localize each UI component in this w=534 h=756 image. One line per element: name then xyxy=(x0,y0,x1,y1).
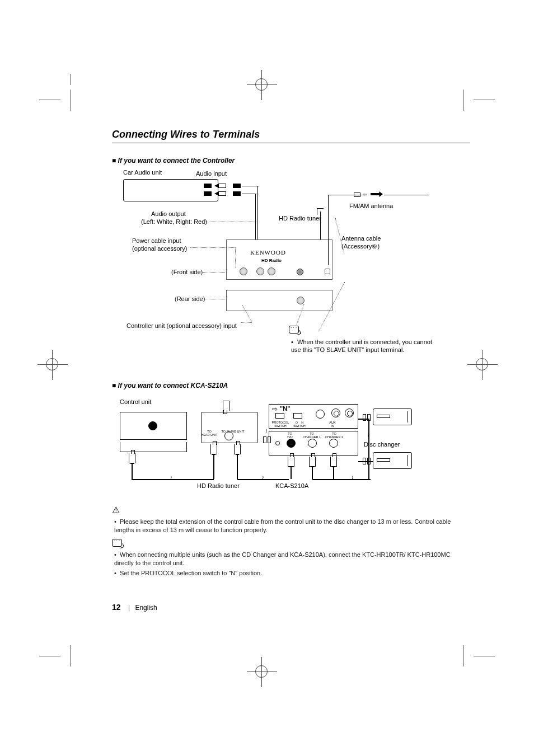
note-slave-terminal: When the controller unit is connected, y… xyxy=(291,339,432,353)
diagram-kca: Control unit TO HEAD UNIT TO SLAVE UNIT … xyxy=(112,397,470,498)
antenna-plug-icon xyxy=(371,191,383,197)
brand-sub-label: HD Radio xyxy=(261,258,282,263)
label-power-cable1: Power cable input xyxy=(132,237,181,244)
rca-plug xyxy=(204,191,212,196)
label-n: "N" xyxy=(280,405,290,412)
label-power-cable2: (optional accessory) xyxy=(132,245,187,252)
rca-plug xyxy=(204,184,212,188)
label-control-unit: Control unit xyxy=(120,398,151,405)
plug xyxy=(234,444,241,454)
port xyxy=(308,439,317,448)
port xyxy=(287,439,296,448)
control-unit-bottom xyxy=(120,442,187,452)
brand-label: KENWOOD xyxy=(250,249,286,256)
note-info1: When connecting multiple units (such as … xyxy=(114,551,451,566)
port-front xyxy=(240,267,247,275)
plug xyxy=(288,457,294,467)
subheading-kca: If you want to connect KCA-S210A xyxy=(112,382,470,389)
label-car-audio: Car Audio unit xyxy=(123,169,162,176)
control-unit-box xyxy=(120,412,187,440)
page-number: 12 xyxy=(112,603,121,612)
plug xyxy=(210,444,217,454)
jack xyxy=(316,410,325,419)
label-front-side: (Front side) xyxy=(171,269,203,275)
plug xyxy=(309,457,316,467)
register-mark-right xyxy=(476,358,488,370)
note-warn1: Please keep the total extension of the c… xyxy=(114,518,451,533)
disc-changer-box xyxy=(373,408,412,425)
plug xyxy=(129,453,135,463)
label-hd-radio-tuner: HD Radio tuner xyxy=(279,215,321,222)
disc-changer-box xyxy=(373,452,412,469)
arrow-icon: ⇦ xyxy=(363,191,367,198)
label-on-switch: O N SWITCH xyxy=(291,421,308,428)
label-to-changer2: TO CHANGER 2 xyxy=(324,432,345,439)
plug xyxy=(330,457,337,467)
label-audio-input: Audio input xyxy=(196,170,227,177)
rca-plug xyxy=(233,191,241,196)
section-title: Connecting Wires to Terminals xyxy=(112,129,470,143)
label-audio-output2: (Left: White, Right: Red) xyxy=(141,218,207,225)
port xyxy=(329,439,338,448)
diagram-controller: Car Audio unit Audio input KENWOOD HD Ra… xyxy=(112,172,470,363)
hd-radio-tuner-rear xyxy=(226,290,332,311)
connector xyxy=(363,414,371,421)
register-mark-left xyxy=(46,358,58,370)
connector xyxy=(363,458,371,464)
antenna-socket xyxy=(354,192,360,197)
register-mark-top xyxy=(255,78,268,91)
label-aux-in: AUX IN xyxy=(327,421,338,428)
port-front xyxy=(256,267,264,275)
switch-on xyxy=(293,413,302,419)
label-antenna-cable2: (Accessory⑥) xyxy=(341,243,380,250)
label-protocol-switch: PROTOCOL SWITCH xyxy=(271,421,290,428)
arrow-icon xyxy=(272,405,278,413)
label-antenna-cable1: Antenna cable xyxy=(341,235,381,242)
label-audio-output1: Audio output xyxy=(151,210,186,217)
subheading-controller: If you want to connect the Controller xyxy=(112,157,470,165)
register-mark-bottom xyxy=(255,665,268,678)
label-hd-tuner2: HD Radio tuner xyxy=(197,482,240,489)
label-controller-input: Controller unit (optional accessory) inp… xyxy=(127,322,237,329)
connector xyxy=(263,436,271,443)
note-icon xyxy=(289,326,299,334)
note-info2: Set the PROTOCOL selection switch to "N"… xyxy=(120,570,262,576)
rca-socket xyxy=(218,191,226,196)
switch-protocol xyxy=(275,413,284,419)
note-icon xyxy=(112,539,122,547)
knob xyxy=(297,269,303,275)
hd-tuner-box xyxy=(202,412,257,443)
notes-block: ⚠ •Please keep the total extension of th… xyxy=(112,505,470,577)
rca-plug xyxy=(233,184,241,188)
page-footer: 12 | English xyxy=(112,603,157,612)
label-to-head-unit: TO HEAD UNIT xyxy=(199,430,219,436)
label-to-changer1: TO CHANGER 1 xyxy=(301,432,322,439)
page-language: English xyxy=(135,604,157,612)
warning-icon: ⚠ xyxy=(112,505,470,515)
car-audio-unit-box xyxy=(123,179,218,201)
jack xyxy=(345,408,354,417)
label-to-slave-unit: TO SLAVE UNIT xyxy=(221,430,245,433)
label-fm-am-antenna: FM/AM antenna xyxy=(349,203,393,209)
port-front xyxy=(268,267,275,275)
page-content: Connecting Wires to Terminals If you wan… xyxy=(112,129,470,580)
antenna-port xyxy=(325,269,330,274)
label-rear-side: (Rear side) xyxy=(175,295,205,302)
plug xyxy=(223,401,229,411)
label-kca: KCA-S210A xyxy=(275,482,308,489)
rca-socket xyxy=(218,184,226,188)
port-rear xyxy=(297,297,305,304)
label-to-hu: TO H/U xyxy=(283,432,297,439)
jack xyxy=(331,408,340,417)
